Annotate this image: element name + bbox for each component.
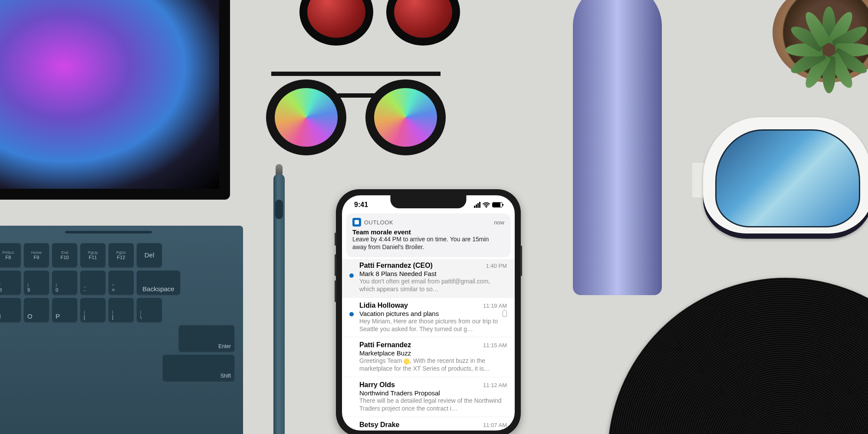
outlook-app-icon bbox=[352, 218, 361, 227]
notification-app-name: OUTLOOK bbox=[364, 219, 393, 226]
email-subject: Mark 8 Plans Needed Fast bbox=[359, 270, 437, 277]
keyboard-key[interactable]: PgDnF12 bbox=[108, 243, 134, 267]
keyboard-key[interactable]: P bbox=[52, 298, 77, 322]
sunglasses-red bbox=[299, 0, 460, 52]
phone-screen: 9:41 OUTLOOK now Team morale event Leave… bbox=[342, 195, 515, 431]
email-sender: Patti Fernandez (CEO) bbox=[359, 262, 433, 270]
email-subject: All Hands bbox=[359, 429, 387, 431]
sunglasses-iridescent bbox=[263, 67, 449, 158]
email-subject: Vacation pictures and plans bbox=[359, 310, 439, 317]
status-time: 9:41 bbox=[354, 201, 368, 209]
email-sender: Harry Olds bbox=[359, 381, 395, 389]
keyboard-key[interactable]: |\ bbox=[137, 298, 162, 322]
keyboard-key[interactable]: {[ bbox=[80, 298, 105, 322]
ski-goggles bbox=[703, 113, 868, 252]
email-item[interactable]: Betsy Drake11:07 AMAll Hands bbox=[342, 417, 515, 431]
email-sender: Lidia Holloway bbox=[359, 302, 408, 309]
surface-keyboard: PrtScnF8HomeF9EndF10PgUpF11PgDnF12Del*8(… bbox=[0, 226, 243, 434]
keyboard-key[interactable]: PrtScnF8 bbox=[0, 243, 21, 267]
email-subject: Northwind Traders Proposal bbox=[359, 389, 440, 397]
email-item[interactable]: Patti Fernandez11:15 AMMarketplace BuzzG… bbox=[342, 337, 515, 377]
water-bottle bbox=[573, 0, 662, 295]
signal-icon bbox=[474, 202, 480, 208]
email-preview: There will be a detailed legal review of… bbox=[359, 397, 507, 413]
email-item[interactable]: Lidia Holloway11:19 AMVacation pictures … bbox=[342, 298, 515, 338]
keyboard-key[interactable]: Backspace bbox=[137, 270, 180, 294]
tablet-screen bbox=[0, 0, 219, 189]
vinyl-record bbox=[608, 278, 868, 434]
email-preview: You don't often get email from pattif@gm… bbox=[359, 278, 507, 293]
keyboard-key[interactable]: )0 bbox=[52, 270, 77, 294]
keyboard-key[interactable]: Enter bbox=[179, 325, 234, 351]
unread-dot-icon bbox=[349, 273, 354, 278]
tablet-device bbox=[0, 0, 230, 200]
email-time: 11:07 AM bbox=[483, 422, 507, 428]
push-notification[interactable]: OUTLOOK now Team morale event Leave by 4… bbox=[346, 214, 510, 256]
email-subject: Marketplace Buzz bbox=[359, 349, 411, 357]
email-sender: Patti Fernandez bbox=[359, 341, 411, 349]
wifi-icon bbox=[483, 202, 490, 208]
email-time: 11:15 AM bbox=[483, 342, 507, 349]
keyboard-key[interactable]: *8 bbox=[0, 270, 21, 294]
potted-plant bbox=[773, 0, 868, 82]
keyboard-key[interactable]: HomeF9 bbox=[24, 243, 49, 267]
iphone-device: 9:41 OUTLOOK now Team morale event Leave… bbox=[336, 189, 521, 434]
keyboard-key[interactable]: PgUpF11 bbox=[80, 243, 105, 267]
phone-notch bbox=[391, 195, 467, 208]
attachment-icon bbox=[503, 310, 507, 317]
keyboard-key[interactable]: (9 bbox=[24, 270, 49, 294]
keyboard-key[interactable]: EndF10 bbox=[52, 243, 77, 267]
stylus-pen bbox=[273, 174, 285, 434]
email-time: 11:12 AM bbox=[483, 382, 507, 388]
email-time: 1:40 PM bbox=[486, 263, 507, 269]
email-item[interactable]: Patti Fernandez (CEO)1:40 PMMark 8 Plans… bbox=[342, 259, 515, 298]
keyboard-key[interactable]: _- bbox=[80, 270, 105, 294]
keyboard-key[interactable]: Shift bbox=[163, 355, 234, 381]
notification-title: Team morale event bbox=[352, 228, 504, 236]
email-preview: Greetings Team , With the recent buzz in… bbox=[359, 357, 507, 373]
notification-body: Leave by 4:44 PM to arrive on time. You … bbox=[352, 236, 504, 251]
unread-dot-icon bbox=[349, 312, 354, 316]
keyboard-key[interactable]: Del bbox=[137, 243, 162, 267]
inbox-list[interactable]: Patti Fernandez (CEO)1:40 PMMark 8 Plans… bbox=[342, 256, 515, 431]
email-sender: Betsy Drake bbox=[359, 421, 400, 429]
keyboard-key[interactable]: I bbox=[0, 298, 21, 322]
email-item[interactable]: Harry Olds11:12 AMNorthwind Traders Prop… bbox=[342, 377, 515, 417]
keyboard-key[interactable]: += bbox=[108, 270, 134, 294]
svg-point-0 bbox=[486, 206, 487, 207]
email-preview: Hey Miriam, Here are those pictures from… bbox=[359, 318, 507, 333]
email-time: 11:19 AM bbox=[483, 302, 507, 309]
battery-icon bbox=[492, 202, 503, 207]
keyboard-key[interactable]: }] bbox=[108, 298, 134, 322]
keyboard-key[interactable]: O bbox=[24, 298, 49, 322]
notification-time: now bbox=[494, 219, 504, 226]
